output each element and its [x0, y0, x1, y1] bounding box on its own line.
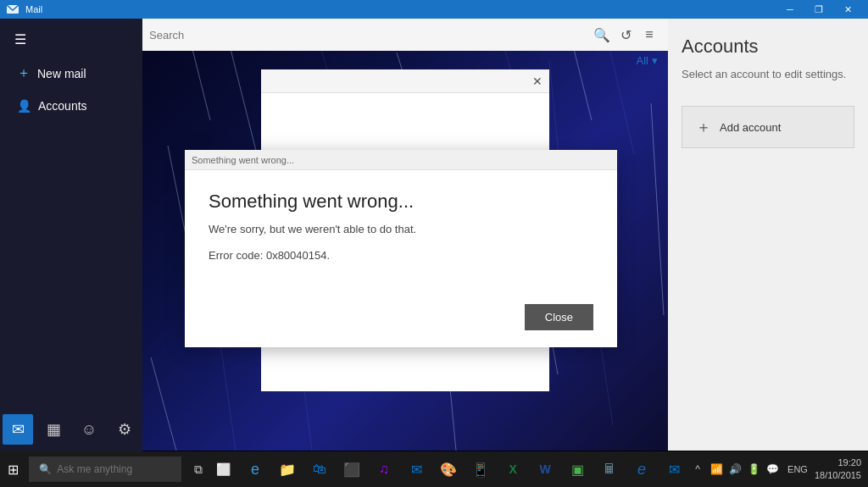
error-dialog-titlebar: Something went wrong... — [185, 150, 617, 170]
word-icon[interactable]: W — [530, 454, 560, 484]
emoji-icon: ☺ — [81, 421, 97, 439]
accounts-panel-subtitle: Select an account to edit settings. — [682, 68, 854, 80]
plus-icon: ＋ — [17, 64, 31, 82]
mail-bottom-icon[interactable]: ✉ — [3, 414, 33, 445]
search-bar: 🔍 ↺ ≡ — [142, 19, 668, 51]
phone-icon[interactable]: 📱 — [465, 454, 496, 484]
taskbar-search[interactable]: 🔍 — [29, 457, 181, 482]
start-button[interactable]: ⊞ — [0, 451, 25, 487]
error-code: Error code: 0x80040154. — [209, 249, 593, 262]
sidebar-bottom: ✉ ▦ ☺ ⚙ — [0, 407, 142, 451]
title-bar: Mail ─ ❐ ✕ — [0, 0, 868, 19]
media-icon[interactable]: ⬛ — [337, 454, 367, 484]
search-input[interactable] — [149, 29, 590, 42]
language-label: ENG — [784, 464, 811, 474]
paint-icon[interactable]: 🎨 — [433, 454, 464, 484]
right-panel: Accounts Select an account to edit setti… — [668, 19, 868, 451]
sidebar: ☰ ＋ New mail 👤 Accounts — [0, 19, 142, 451]
groove-icon[interactable]: ♫ — [369, 454, 399, 484]
taskbar-apps: e 📁 🛍 ⬛ ♫ ✉ 🎨 📱 X W ▣ 🖩 e ✉ — [240, 454, 689, 484]
windows-icon: ⊞ — [8, 462, 19, 478]
battery-icon[interactable]: 🔋 — [745, 461, 762, 478]
app-title: Mail — [25, 4, 42, 14]
all-filter[interactable]: All ▾ — [633, 51, 661, 70]
devices-button[interactable]: ⬜ — [211, 451, 236, 487]
minimize-button[interactable]: ─ — [776, 0, 804, 19]
accounts-panel-title: Accounts — [682, 36, 854, 58]
person-icon: 👤 — [17, 99, 31, 113]
ie-icon[interactable]: e — [626, 454, 657, 484]
excel-icon[interactable]: X — [498, 454, 528, 484]
taskbar-right: ^ 📶 🔊 🔋 💬 ENG 19:20 18/10/2015 — [689, 457, 868, 483]
all-filter-label: All — [637, 54, 648, 67]
accounts-label: Accounts — [38, 99, 87, 113]
error-subtitle: We're sorry, but we weren't able to do t… — [209, 223, 593, 235]
taskbar: ⊞ 🔍 ⧉ ⬜ e 📁 🛍 ⬛ ♫ ✉ 🎨 📱 X W ▣ 🖩 e ✉ ^ 📶 … — [0, 451, 868, 487]
search-button[interactable]: 🔍 — [590, 23, 614, 47]
settings-bottom-icon[interactable]: ⚙ — [109, 414, 140, 445]
error-title: Something went wrong... — [209, 191, 593, 213]
greenapp-icon[interactable]: ▣ — [562, 454, 593, 484]
up-arrow-icon[interactable]: ^ — [689, 461, 706, 478]
task-view-icon: ⧉ — [194, 462, 203, 477]
mail2-icon[interactable]: ✉ — [659, 454, 689, 484]
new-mail-button[interactable]: ＋ New mail — [7, 56, 136, 91]
error-dialog: Something went wrong... Something went w… — [185, 150, 617, 347]
chevron-down-icon: ▾ — [652, 54, 658, 67]
svg-line-18 — [651, 103, 664, 315]
volume-icon[interactable]: 🔊 — [726, 461, 743, 478]
taskbar-search-icon: 🔍 — [39, 463, 52, 475]
edge-icon[interactable]: e — [240, 454, 270, 484]
accounts-nav-item[interactable]: 👤 Accounts — [7, 91, 136, 121]
plus-add-icon: ＋ — [696, 117, 711, 137]
refresh-button[interactable]: ↺ — [614, 23, 637, 47]
mail-icon: ✉ — [12, 420, 25, 439]
message-icon[interactable]: 💬 — [764, 461, 781, 478]
bg-dialog-titlebar: ✕ — [261, 69, 549, 93]
error-dialog-body: Something went wrong... We're sorry, but… — [185, 170, 617, 304]
new-mail-label: New mail — [37, 67, 86, 80]
filter-button[interactable]: ≡ — [637, 23, 661, 47]
clock: 19:20 18/10/2015 — [815, 457, 861, 483]
calendar-icon: ▦ — [47, 420, 61, 439]
bg-dialog-close-icon[interactable]: ✕ — [532, 75, 542, 88]
add-account-label: Add account — [720, 121, 781, 134]
calc-icon[interactable]: 🖩 — [594, 454, 625, 484]
window-controls: ─ ❐ ✕ — [776, 0, 861, 19]
mail-app-icon — [7, 3, 19, 15]
files-icon[interactable]: 📁 — [272, 454, 303, 484]
devices-icon: ⬜ — [216, 462, 231, 476]
hamburger-button[interactable]: ☰ — [7, 25, 34, 53]
emoji-bottom-icon[interactable]: ☺ — [74, 414, 104, 445]
error-dialog-titlebar-text: Something went wrong... — [192, 155, 294, 165]
close-button[interactable]: ✕ — [834, 0, 861, 19]
calendar-bottom-icon[interactable]: ▦ — [38, 414, 69, 445]
main-content: .streak { stroke: rgba(180,200,255,0.4);… — [142, 19, 668, 451]
mail-taskbar-icon[interactable]: ✉ — [401, 454, 431, 484]
tray-icons: ^ 📶 🔊 🔋 💬 — [689, 461, 781, 478]
restore-button[interactable]: ❐ — [805, 0, 832, 19]
time: 19:20 — [815, 457, 861, 469]
date: 18/10/2015 — [815, 469, 861, 482]
svg-line-7 — [609, 44, 634, 154]
add-account-button[interactable]: ＋ Add account — [682, 106, 854, 148]
title-bar-left: Mail — [7, 3, 42, 15]
hamburger-icon: ☰ — [14, 31, 26, 47]
error-dialog-footer: Close — [185, 304, 617, 347]
store-icon[interactable]: 🛍 — [304, 454, 335, 484]
task-view-button[interactable]: ⧉ — [185, 451, 210, 487]
network-icon[interactable]: 📶 — [708, 461, 725, 478]
settings-icon: ⚙ — [118, 420, 131, 439]
sidebar-top: ☰ ＋ New mail 👤 Accounts — [0, 19, 142, 128]
svg-line-16 — [151, 357, 176, 451]
close-error-button[interactable]: Close — [525, 304, 593, 330]
taskbar-search-input[interactable] — [57, 463, 175, 475]
